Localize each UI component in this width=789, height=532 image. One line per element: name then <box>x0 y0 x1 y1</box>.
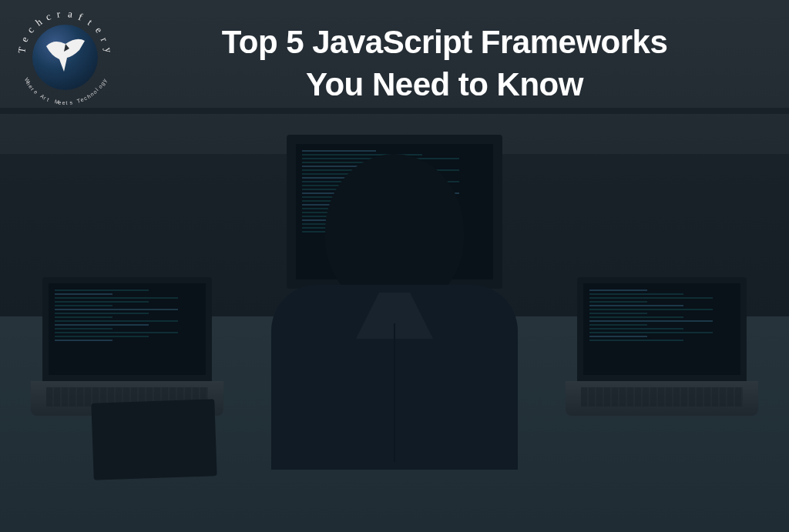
title-line-1: Top 5 JavaScript Frameworks <box>222 24 668 60</box>
hero-banner: Techcraftery Where Art Meets Technology … <box>0 0 789 532</box>
hero-title: Top 5 JavaScript Frameworks You Need to … <box>131 22 758 105</box>
logo-tagline-text: Where Art Meets Technology <box>15 8 116 108</box>
title-line-2: You Need to Know <box>306 66 583 102</box>
brand-logo: Techcraftery Where Art Meets Technology <box>15 8 116 108</box>
